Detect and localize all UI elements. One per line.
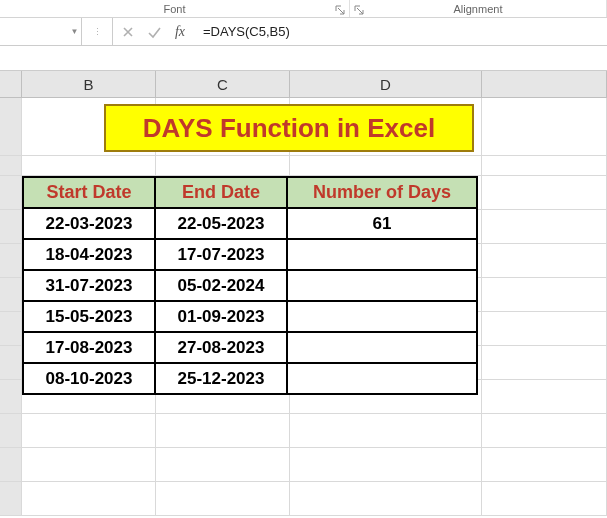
- spacer: [0, 46, 607, 70]
- cell-days[interactable]: 61: [287, 208, 477, 239]
- cell-days[interactable]: [287, 239, 477, 270]
- cell[interactable]: [482, 210, 607, 244]
- row-header[interactable]: [0, 176, 22, 210]
- cell[interactable]: [22, 156, 156, 176]
- cell-end-date[interactable]: 01-09-2023: [155, 301, 287, 332]
- ribbon-alignment-section: Alignment: [350, 0, 607, 17]
- cell[interactable]: [156, 156, 290, 176]
- name-box-dropdown-icon[interactable]: ▼: [68, 18, 82, 45]
- formula-commit-group: fx: [113, 18, 195, 45]
- column-header-e[interactable]: [482, 71, 607, 97]
- cell-end-date[interactable]: 17-07-2023: [155, 239, 287, 270]
- cell[interactable]: [156, 448, 290, 482]
- row-header[interactable]: [0, 156, 22, 176]
- cell-start-date[interactable]: 22-03-2023: [23, 208, 155, 239]
- row-header[interactable]: [0, 312, 22, 346]
- row-header[interactable]: [0, 448, 22, 482]
- cell[interactable]: [482, 278, 607, 312]
- insert-function-icon[interactable]: fx: [167, 18, 193, 45]
- cell-days[interactable]: [287, 270, 477, 301]
- cell[interactable]: [290, 414, 482, 448]
- cell[interactable]: [482, 448, 607, 482]
- cell-days[interactable]: [287, 363, 477, 394]
- ribbon-font-label: Font: [163, 3, 185, 15]
- column-header-b[interactable]: B: [22, 71, 156, 97]
- cell[interactable]: [482, 176, 607, 210]
- ribbon-font-section: Font: [0, 0, 350, 17]
- row-header[interactable]: [0, 98, 22, 156]
- cell[interactable]: [482, 312, 607, 346]
- enter-icon: [141, 18, 167, 45]
- row-header[interactable]: [0, 210, 22, 244]
- data-table: Start Date End Date Number of Days 22-03…: [22, 176, 478, 395]
- cell[interactable]: [156, 414, 290, 448]
- cell-start-date[interactable]: 08-10-2023: [23, 363, 155, 394]
- sheet-body: DAYS Function in Excel Start Date End Da…: [0, 98, 607, 516]
- row-header[interactable]: [0, 380, 22, 414]
- row-header[interactable]: [0, 414, 22, 448]
- font-dialog-launcher-icon[interactable]: [335, 5, 345, 15]
- table-row: 18-04-2023 17-07-2023: [23, 239, 477, 270]
- row-header[interactable]: [0, 278, 22, 312]
- cell[interactable]: [290, 156, 482, 176]
- cell-start-date[interactable]: 31-07-2023: [23, 270, 155, 301]
- formula-input[interactable]: [195, 18, 607, 45]
- table-header-row: Start Date End Date Number of Days: [23, 177, 477, 208]
- cell-start-date[interactable]: 17-08-2023: [23, 332, 155, 363]
- row-header[interactable]: [0, 346, 22, 380]
- alignment-dialog-launcher-icon[interactable]: [354, 5, 364, 15]
- cell-days[interactable]: [287, 301, 477, 332]
- select-all-corner[interactable]: [0, 71, 22, 97]
- table-row: 22-03-2023 22-05-2023 61: [23, 208, 477, 239]
- cell[interactable]: [482, 156, 607, 176]
- page-title: DAYS Function in Excel: [104, 104, 474, 152]
- cell-start-date[interactable]: 18-04-2023: [23, 239, 155, 270]
- cell[interactable]: [482, 244, 607, 278]
- cell[interactable]: [22, 414, 156, 448]
- table-row: 15-05-2023 01-09-2023: [23, 301, 477, 332]
- cell[interactable]: [482, 346, 607, 380]
- more-options-icon: ⋮: [84, 18, 110, 45]
- column-header-d[interactable]: D: [290, 71, 482, 97]
- table-row: 08-10-2023 25-12-2023: [23, 363, 477, 394]
- table-row: 31-07-2023 05-02-2024: [23, 270, 477, 301]
- ribbon-group-labels: Font Alignment: [0, 0, 607, 18]
- cell-end-date[interactable]: 05-02-2024: [155, 270, 287, 301]
- header-start-date[interactable]: Start Date: [23, 177, 155, 208]
- cell-end-date[interactable]: 25-12-2023: [155, 363, 287, 394]
- header-end-date[interactable]: End Date: [155, 177, 287, 208]
- formula-button-group: ⋮: [82, 18, 113, 45]
- ribbon-alignment-label: Alignment: [454, 3, 503, 15]
- cell[interactable]: [22, 448, 156, 482]
- cancel-icon: [115, 18, 141, 45]
- cell-end-date[interactable]: 22-05-2023: [155, 208, 287, 239]
- header-number-of-days[interactable]: Number of Days: [287, 177, 477, 208]
- cell[interactable]: [482, 98, 607, 156]
- cell[interactable]: [482, 414, 607, 448]
- cell-days[interactable]: [287, 332, 477, 363]
- cell-end-date[interactable]: 27-08-2023: [155, 332, 287, 363]
- cell[interactable]: [22, 482, 156, 516]
- row-header[interactable]: [0, 482, 22, 516]
- cell[interactable]: [290, 482, 482, 516]
- cell[interactable]: [156, 482, 290, 516]
- formula-bar: ▼ ⋮ fx: [0, 18, 607, 46]
- cell[interactable]: [482, 482, 607, 516]
- cell[interactable]: [482, 380, 607, 414]
- column-header-c[interactable]: C: [156, 71, 290, 97]
- cell-start-date[interactable]: 15-05-2023: [23, 301, 155, 332]
- column-headers: B C D: [0, 70, 607, 98]
- table-row: 17-08-2023 27-08-2023: [23, 332, 477, 363]
- name-box[interactable]: [0, 18, 68, 45]
- row-header[interactable]: [0, 244, 22, 278]
- cell[interactable]: [290, 448, 482, 482]
